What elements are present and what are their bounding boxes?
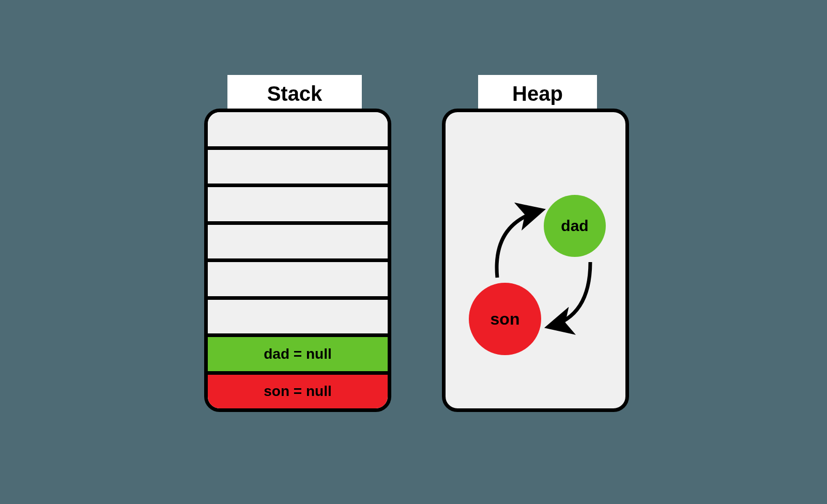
stack-row-1 bbox=[208, 146, 388, 184]
diagram-canvas: Stack dad = null son = null Heap dad son bbox=[0, 0, 827, 504]
arrow-dad-to-son bbox=[549, 262, 590, 327]
stack-row-son-label: son = null bbox=[264, 383, 331, 400]
stack-rows: dad = null son = null bbox=[208, 112, 388, 408]
stack-row-3 bbox=[208, 221, 388, 259]
stack-row-dad: dad = null bbox=[208, 333, 388, 371]
heap-panel: dad son bbox=[442, 109, 629, 412]
heap-node-son-label: son bbox=[491, 310, 520, 329]
heap-node-dad-label: dad bbox=[561, 217, 588, 235]
stack-title-card: Stack bbox=[227, 75, 362, 112]
heap-arrows bbox=[446, 112, 625, 408]
stack-panel: dad = null son = null bbox=[204, 109, 391, 412]
heap-title-text: Heap bbox=[512, 82, 563, 105]
stack-row-son: son = null bbox=[208, 371, 388, 409]
heap-node-son: son bbox=[469, 283, 541, 355]
stack-row-2 bbox=[208, 184, 388, 221]
arrow-son-to-dad bbox=[497, 210, 541, 278]
stack-title-text: Stack bbox=[267, 82, 323, 105]
heap-node-dad: dad bbox=[544, 195, 606, 257]
heap-title-card: Heap bbox=[478, 75, 597, 112]
stack-row-dad-label: dad = null bbox=[264, 346, 331, 362]
stack-row-0 bbox=[208, 112, 388, 146]
stack-row-5 bbox=[208, 296, 388, 334]
stack-row-4 bbox=[208, 258, 388, 296]
